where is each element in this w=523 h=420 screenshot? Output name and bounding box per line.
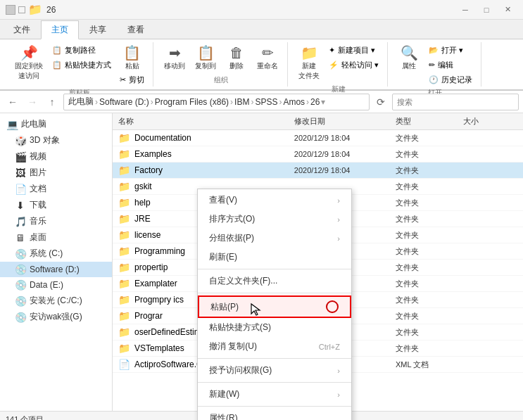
folder-icon: 📁 (118, 294, 130, 305)
filename: Examples (134, 149, 172, 159)
rename-btn[interactable]: ✏ 重命名 (253, 44, 282, 73)
sidebar-item-music[interactable]: 🎵 音乐 (0, 213, 112, 229)
ctx-customize[interactable]: 自定义文件夹(F)... (198, 272, 351, 291)
ribbon-group-clipboard: 📌 固定到快速访问 📋 复制路径 📋 粘贴快捷方式 📋 (6, 42, 153, 87)
ctx-group[interactable]: 分组依据(P) › (198, 229, 351, 248)
ctx-sep-2 (198, 293, 351, 293)
sidebar-item-video[interactable]: 🎬 视频 (0, 148, 112, 165)
sidebar-item-e[interactable]: 💿 Data (E:) (0, 277, 112, 293)
sidebar-item-d[interactable]: 💿 Software (D:) (0, 262, 112, 277)
refresh-btn[interactable]: ⟳ (372, 94, 389, 110)
maximize-btn[interactable]: □ (477, 3, 496, 17)
tab-view[interactable]: 查看 (117, 20, 155, 39)
edit-label: 编辑 (438, 60, 453, 70)
sidebar-label-pc: 此电脑 (21, 118, 46, 130)
tab-share[interactable]: 共享 (79, 20, 117, 39)
title-bar: 📁 26 ─ □ ✕ (0, 0, 523, 20)
ctx-properties[interactable]: 属性(R) (198, 409, 351, 420)
history-btn[interactable]: 🕐 历史记录 (426, 73, 475, 87)
file-list-header: 名称 修改日期 类型 大小 (113, 113, 523, 130)
forward-btn[interactable]: → (24, 94, 41, 110)
copy-path-label: 复制路径 (65, 45, 96, 56)
sidebar-item-pictures[interactable]: 🖼 图片 (0, 165, 112, 181)
filename: help (134, 198, 151, 208)
file-name-cell: 📁Factory (118, 165, 294, 176)
sidebar-item-downloads[interactable]: ⬇ 下载 (0, 197, 112, 213)
ctx-sort-label: 排序方式(O) (209, 213, 255, 225)
edit-btn[interactable]: ✏ 编辑 (426, 58, 475, 72)
ctx-undo[interactable]: 撤消 复制(U) Ctrl+Z (198, 337, 351, 356)
filename: Examplater (134, 279, 177, 288)
sidebar-label-c: 系统 (C:) (30, 248, 63, 260)
open-btn[interactable]: 📂 打开 ▾ (426, 44, 475, 57)
sidebar-label-g: 安访wak强(G) (30, 311, 82, 323)
new-item-btn[interactable]: ✦ 新建项目 ▾ (326, 44, 382, 57)
sidebar-item-pc[interactable]: 💻 此电脑 (0, 116, 112, 132)
move-to-btn[interactable]: ➡ 移动到 (160, 44, 189, 73)
pin-btn[interactable]: 📌 固定到快速访问 (11, 44, 46, 83)
path-programfiles: Program Files (x86) (155, 97, 229, 107)
sidebar-item-docs[interactable]: 📄 文档 (0, 181, 112, 197)
address-path[interactable]: 此电脑 › Software (D:) › Program Files (x86… (63, 94, 370, 110)
sidebar-label-downloads: 下载 (30, 199, 46, 211)
tab-home[interactable]: 主页 (41, 20, 79, 39)
install-icon: 💿 (14, 295, 27, 307)
ctx-new[interactable]: 新建(W) › (198, 385, 351, 404)
search-input[interactable] (392, 94, 519, 110)
tab-file[interactable]: 文件 (3, 20, 41, 39)
close-btn[interactable]: ✕ (498, 3, 517, 17)
sidebar-item-c[interactable]: 💿 系统 (C:) (0, 246, 112, 262)
table-row[interactable]: 📁Documentation 2020/12/9 18:04 文件夹 (113, 130, 523, 146)
up-btn[interactable]: ↑ (44, 94, 61, 110)
copy-to-btn[interactable]: 📋 复制到 (191, 44, 220, 73)
file-type-cell: 文件夹 (396, 311, 463, 322)
ctx-paste-shortcut[interactable]: 粘贴快捷方式(S) (198, 318, 351, 337)
ctx-sep-1 (198, 269, 351, 269)
file-name-cell: 📁Documentation (118, 132, 294, 144)
easy-access-btn[interactable]: ⚡ 轻松访问 ▾ (326, 58, 382, 72)
folder-icon: 📁 (118, 213, 130, 224)
ctx-refresh[interactable]: 刷新(E) (198, 248, 351, 267)
delete-btn[interactable]: 🗑 删除 (222, 44, 251, 73)
file-date-cell: 2020/12/9 18:04 (294, 166, 396, 174)
move-label: 移动到 (164, 61, 185, 71)
file-type-cell: 文件夹 (396, 262, 463, 273)
rename-label: 重命名 (257, 61, 278, 71)
paste-shortcut-btn[interactable]: 📋 粘贴快捷方式 (49, 58, 114, 72)
paste-btn[interactable]: 📋 粘贴 (117, 44, 147, 73)
ctx-properties-label: 属性(R) (209, 412, 238, 420)
back-btn[interactable]: ← (4, 94, 21, 110)
path-amos: Amos (283, 97, 305, 107)
copy-path-btn[interactable]: 📋 复制路径 (49, 44, 114, 57)
properties-btn[interactable]: 🔍 属性 (395, 44, 423, 73)
table-row[interactable]: 📁Factory 2020/12/9 18:04 文件夹 (113, 163, 523, 179)
3d-icon: 🎲 (14, 135, 27, 146)
music-icon: 🎵 (14, 216, 27, 227)
pin-label: 固定到快速访问 (15, 61, 43, 81)
new-folder-btn[interactable]: 📁 新建文件夹 (295, 44, 323, 83)
new-item-icon: ✦ (329, 46, 335, 55)
ctx-paste[interactable]: 粘贴(P) (198, 295, 351, 318)
sidebar-item-3d[interactable]: 🎲 3D 对象 (0, 132, 112, 148)
col-type-header: 类型 (396, 116, 463, 127)
clipboard-buttons: 📌 固定到快速访问 📋 复制路径 📋 粘贴快捷方式 📋 (11, 44, 147, 87)
file-date-cell: 2020/12/9 18:04 (294, 134, 396, 142)
ctx-undo-label: 撤消 复制(U) (209, 341, 257, 352)
sidebar-item-desktop[interactable]: 🖥 桌面 (0, 229, 112, 246)
sidebar-item-install[interactable]: 💿 安装光 (C:/C:) (0, 293, 112, 309)
cut-btn[interactable]: ✂ 剪切 (117, 73, 147, 87)
ctx-view[interactable]: 查看(V) › (198, 191, 351, 210)
file-type-cell: 文件夹 (396, 198, 463, 208)
file-type-cell: XML 文档 (396, 359, 463, 370)
docs-icon: 📄 (14, 184, 27, 195)
sidebar-item-g[interactable]: 💿 安访wak强(G) (0, 309, 112, 325)
minimize-btn[interactable]: ─ (455, 3, 475, 17)
address-bar: ← → ↑ 此电脑 › Software (D:) › Program File… (0, 91, 523, 113)
edit-icon: ✏ (429, 61, 435, 70)
folder-icon: 📁 (28, 3, 42, 16)
table-row[interactable]: 📁Examples 2020/12/9 18:04 文件夹 (113, 146, 523, 163)
ctx-sort[interactable]: 排序方式(O) › (198, 210, 351, 229)
delete-label: 删除 (229, 61, 244, 71)
ctx-new-label: 新建(W) (209, 388, 239, 400)
ctx-access[interactable]: 授予访问权限(G) › (198, 361, 351, 380)
